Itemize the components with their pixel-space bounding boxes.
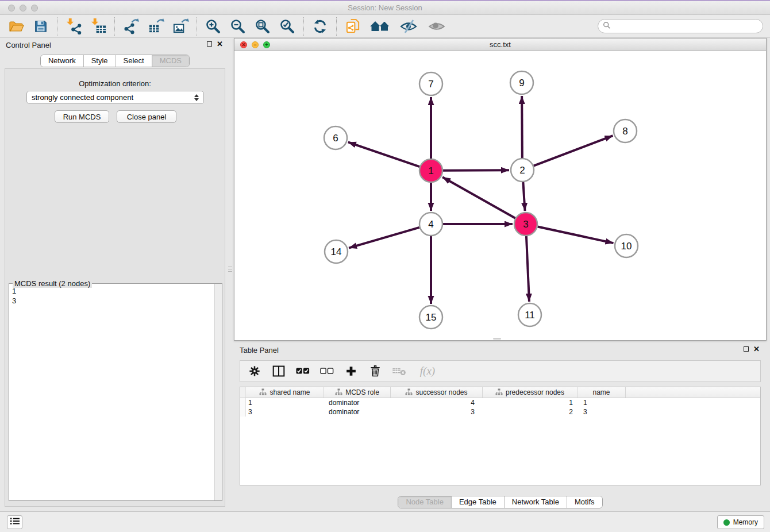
deselect-all-columns-button[interactable] xyxy=(319,362,334,380)
add-column-button[interactable] xyxy=(344,362,359,380)
split-view-button[interactable] xyxy=(271,362,286,380)
gear-icon xyxy=(248,365,261,377)
graph-node-6[interactable]: 6 xyxy=(324,126,347,149)
graph-node-7[interactable]: 7 xyxy=(419,72,442,95)
table-cell[interactable]: 4 xyxy=(391,398,483,407)
mcds-result-item: 3 xyxy=(12,296,211,306)
select-all-columns-button[interactable] xyxy=(295,362,310,380)
zoom-in-icon xyxy=(205,18,221,34)
optimization-criterion-select[interactable]: strongly connected component xyxy=(26,91,204,104)
table-cell[interactable]: 3 xyxy=(246,407,324,417)
checked-boxes-icon xyxy=(296,367,310,375)
zoom-fit-button[interactable] xyxy=(254,17,271,36)
network-window-title: scc.txt xyxy=(234,40,766,49)
table-cell[interactable]: 1 xyxy=(246,398,324,407)
graph-edge-2-3[interactable] xyxy=(523,182,525,211)
zoom-in-button[interactable] xyxy=(205,17,222,36)
graph-node-label: 9 xyxy=(519,78,524,88)
graph-node-1[interactable]: 1 xyxy=(419,159,442,182)
search-input[interactable] xyxy=(614,22,758,30)
column-header-shared-name[interactable]: shared name xyxy=(246,387,324,398)
home-layout-button[interactable] xyxy=(369,17,391,36)
graph-edge-3-1[interactable] xyxy=(442,177,515,218)
table-cell[interactable]: 1 xyxy=(578,398,626,407)
export-network-button[interactable] xyxy=(122,17,140,36)
table-row[interactable]: 1dominator411 xyxy=(240,398,760,407)
table-cell[interactable]: dominator xyxy=(324,407,391,417)
graph-edge-1-6[interactable] xyxy=(348,142,419,167)
result-scrollbar[interactable] xyxy=(214,284,222,500)
tab-network-table[interactable]: Network Table xyxy=(504,496,567,508)
graph-node-14[interactable]: 14 xyxy=(325,240,348,263)
tab-select[interactable]: Select xyxy=(116,55,152,67)
copy-view-button[interactable] xyxy=(344,17,361,36)
close-panel-icon[interactable]: ✕ xyxy=(217,41,223,47)
column-header-mcds-role[interactable]: MCDS role xyxy=(324,387,391,398)
network-window-titlebar[interactable]: ✕ − + scc.txt xyxy=(234,38,766,51)
graph-node-15[interactable]: 15 xyxy=(419,306,442,329)
export-table-button[interactable] xyxy=(147,17,164,36)
import-network-button[interactable] xyxy=(65,17,82,36)
mcds-result-list[interactable]: 1 3 xyxy=(9,284,214,500)
graph-edge-4-14[interactable] xyxy=(349,228,419,248)
column-header-predecessor-nodes[interactable]: predecessor nodes xyxy=(483,387,578,398)
zoom-out-button[interactable] xyxy=(229,17,247,36)
graph-node-3[interactable]: 3 xyxy=(514,213,537,236)
graph-edge-3-10[interactable] xyxy=(538,226,614,243)
refresh-view-button[interactable] xyxy=(311,17,329,36)
copy-network-view-icon xyxy=(345,18,361,34)
tab-mcds[interactable]: MCDS xyxy=(152,55,189,67)
graph-edge-3-11[interactable] xyxy=(526,236,529,302)
hierarchy-icon xyxy=(335,388,342,397)
main-toolbar xyxy=(0,15,770,38)
save-floppy-icon xyxy=(33,19,48,34)
graph-edge-2-9[interactable] xyxy=(522,96,522,158)
column-header-name[interactable]: name xyxy=(578,387,626,398)
tab-network[interactable]: Network xyxy=(41,55,83,67)
show-panel-list-button[interactable] xyxy=(7,515,22,529)
memory-button[interactable]: Memory xyxy=(717,515,764,529)
graph-edge-1-2[interactable] xyxy=(443,170,509,171)
network-canvas[interactable]: 7968124314101511 xyxy=(234,51,766,340)
float-table-panel-icon[interactable] xyxy=(744,346,749,352)
close-table-panel-icon[interactable]: ✕ xyxy=(753,346,760,352)
run-mcds-button[interactable]: Run MCDS xyxy=(55,110,109,123)
table-cell[interactable]: 3 xyxy=(578,407,626,417)
hierarchy-icon xyxy=(405,388,413,397)
table-cell[interactable]: 3 xyxy=(391,407,483,417)
show-all-button[interactable] xyxy=(426,17,447,36)
export-image-button[interactable] xyxy=(172,17,189,36)
graph-node-2[interactable]: 2 xyxy=(511,159,534,182)
table-cell[interactable]: 1 xyxy=(483,398,578,407)
graph-node-10[interactable]: 10 xyxy=(615,234,638,257)
panel-divider-grip[interactable] xyxy=(228,260,232,277)
graph-node-label: 2 xyxy=(519,165,525,176)
tab-motifs[interactable]: Motifs xyxy=(567,496,602,508)
hierarchy-icon xyxy=(495,388,503,397)
graph-node-11[interactable]: 11 xyxy=(518,303,541,326)
graph-edge-2-8[interactable] xyxy=(534,136,613,165)
tab-edge-table[interactable]: Edge Table xyxy=(451,496,504,508)
tab-style[interactable]: Style xyxy=(83,55,116,67)
save-session-button[interactable] xyxy=(32,17,49,36)
import-table-button[interactable] xyxy=(90,17,107,36)
delete-column-button[interactable] xyxy=(368,362,383,380)
table-row[interactable]: 3dominator323 xyxy=(240,407,760,417)
table-settings-button[interactable] xyxy=(247,362,262,380)
column-header-successor-nodes[interactable]: successor nodes xyxy=(391,387,483,398)
graph-node-4[interactable]: 4 xyxy=(419,213,442,236)
plus-icon xyxy=(345,365,357,377)
table-cell[interactable]: 2 xyxy=(483,407,578,417)
tab-node-table[interactable]: Node Table xyxy=(398,496,451,508)
close-panel-button[interactable]: Close panel xyxy=(117,110,176,123)
hide-selected-button[interactable] xyxy=(398,17,419,36)
function-builder-button: f(x) xyxy=(416,362,439,380)
table-cell[interactable]: dominator xyxy=(324,398,391,407)
zoom-selected-button[interactable] xyxy=(279,17,296,36)
graph-node-9[interactable]: 9 xyxy=(510,71,533,94)
search-field[interactable] xyxy=(598,19,763,33)
float-panel-icon[interactable] xyxy=(207,41,212,47)
memory-label: Memory xyxy=(733,518,758,526)
graph-node-8[interactable]: 8 xyxy=(614,119,637,142)
open-session-button[interactable] xyxy=(7,17,25,36)
